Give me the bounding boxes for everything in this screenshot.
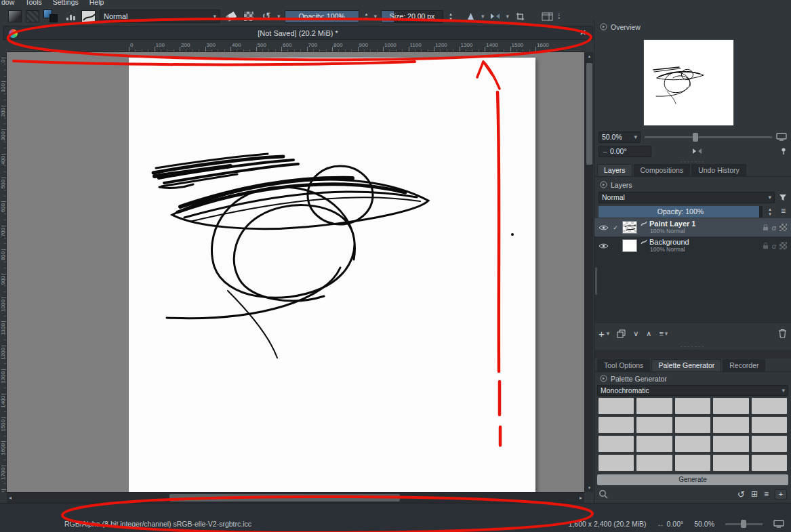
canvas-page[interactable] [129,58,535,492]
size-spinner[interactable]: ▴ ▾ [447,12,454,21]
overview-zoom-slider[interactable] [645,132,772,142]
v-scrollbar-thumb[interactable] [586,63,592,165]
tab-undo-history[interactable]: Undo History [691,164,746,176]
palette-swatch[interactable] [752,436,787,452]
preserve-alpha-toggle-button[interactable] [242,9,256,24]
overview-thumbnail[interactable] [643,39,734,126]
tab-compositions[interactable]: Compositions [634,164,691,176]
mirror-canvas-icon[interactable] [692,147,702,155]
generate-button[interactable]: Generate [597,474,788,485]
layer-checkbox[interactable]: ✓ [612,224,619,231]
menu-item-settings[interactable]: Settings [53,0,79,6]
palette-swatch[interactable] [599,417,634,433]
lock-icon[interactable] [763,242,769,249]
brush-preset-button[interactable] [81,9,96,24]
palette-swatch[interactable] [636,417,672,433]
palette-swatch[interactable] [675,417,710,433]
layer-opacity-spinner[interactable]: ▴ ▾ [767,207,773,216]
palette-swatch[interactable] [599,455,634,471]
add-swatch-button[interactable]: + [775,489,787,499]
menu-item-tools[interactable]: Tools [25,0,42,6]
layer-opacity-slider[interactable]: Opacity: 100% [599,206,763,218]
scroll-left-icon[interactable]: ◂ [9,495,12,501]
docker-collapse-icon[interactable] [600,23,607,30]
palette-mode-select[interactable]: Monochromatic ▾ [597,385,788,396]
mirror-vertical-button[interactable] [464,9,477,24]
size-slider[interactable]: Size: 20.00 px [381,10,443,23]
delete-layer-button[interactable] [778,329,787,338]
palette-swatch[interactable] [675,455,710,471]
canvas-area[interactable] [7,52,584,492]
mirror-horizontal-button[interactable] [489,9,502,24]
layer-options-menu-icon[interactable]: ≡ [781,206,786,216]
palette-swatch[interactable] [675,436,710,452]
mirror-vertical-dropdown-arrow[interactable]: ▾ [481,13,485,20]
add-layer-button[interactable]: + [599,329,605,339]
list-view-icon[interactable]: ≡ [764,489,769,499]
tab-recorder[interactable]: Recorder [723,359,765,371]
docker-collapse-icon[interactable] [600,375,607,382]
blend-mode-select[interactable]: Normal ▾ [100,9,220,23]
search-icon[interactable] [599,489,608,499]
tab-palette-generator[interactable]: Palette Generator [651,359,721,371]
palette-swatch[interactable] [636,398,672,414]
fg-bg-colors-button[interactable] [43,9,60,24]
pattern-chooser-button[interactable] [26,9,39,24]
palette-swatch[interactable] [713,455,748,471]
layer-row-paint-layer-1[interactable]: ✓ Paint Layer 1 100% Normal α [594,218,791,237]
monitor-icon[interactable] [773,520,784,528]
palette-swatch[interactable] [752,455,787,471]
reload-dropdown-arrow[interactable]: ▾ [277,13,281,20]
palette-swatch[interactable] [752,417,787,433]
grid-view-icon[interactable]: ⊞ [751,489,758,499]
palette-swatch[interactable] [599,398,634,414]
opacity-slider[interactable]: Opacity: 100% [285,10,359,23]
layer-row-background[interactable]: Background 100% Normal α [594,237,791,255]
scroll-up-icon[interactable]: ▴ [585,54,594,59]
visibility-eye-icon[interactable] [599,243,609,249]
palette-swatch[interactable] [713,417,748,433]
palette-swatch[interactable] [675,398,710,414]
palette-swatch[interactable] [636,436,672,452]
document-titlebar[interactable]: [Not Saved] (20.2 MiB) * ✕ [3,26,593,40]
docker-collapse-icon[interactable] [600,181,607,188]
alpha-lock-icon[interactable]: α [772,242,776,250]
palette-swatch[interactable] [713,436,748,452]
rotation-spinbox[interactable]: ↔ 0.00° [599,146,651,157]
duplicate-layer-button[interactable] [617,329,626,338]
palette-swatch[interactable] [599,436,634,452]
overview-zoom-select[interactable]: 50.0% ▾ [599,131,641,143]
h-scrollbar-thumb[interactable] [169,494,400,502]
add-layer-dropdown-arrow[interactable]: ▾ [607,330,610,337]
h-scrollbar[interactable]: ◂ ▸ [7,492,584,503]
opacity-spinner[interactable]: ▴ ▾ [363,12,370,21]
move-layer-up-button[interactable]: ∧ [646,329,651,338]
workspace-chooser-button[interactable] [540,9,554,24]
tab-layers[interactable]: Layers [597,164,632,176]
alpha-lock-icon[interactable]: α [772,224,776,232]
layer-list-scrollbar[interactable] [595,268,597,295]
monitor-icon[interactable] [776,133,787,141]
tab-tool-options[interactable]: Tool Options [597,359,650,371]
undo-icon[interactable]: ↺ [737,489,745,499]
scroll-right-icon[interactable]: ▸ [580,495,582,501]
edit-brush-settings-button[interactable] [64,9,77,24]
wrap-around-button[interactable] [513,9,527,24]
menu-item-window[interactable]: dow [1,0,14,6]
lock-icon[interactable] [763,224,769,231]
layer-properties-button[interactable]: ≡ [659,329,663,337]
mirror-horizontal-dropdown-arrow[interactable]: ▾ [506,13,510,20]
statusbar-rotation-value[interactable]: 0.00° [667,520,684,528]
visibility-eye-icon[interactable] [599,224,609,231]
palette-swatch[interactable] [752,398,787,414]
palette-swatch[interactable] [713,398,748,414]
docker-drag-handle[interactable]: ······· [594,344,791,350]
toolbar-handle-icon[interactable]: ⁞ [558,13,560,20]
close-icon[interactable]: ✕ [580,28,586,37]
menu-item-help[interactable]: Help [89,0,104,6]
move-layer-down-button[interactable]: ∨ [633,329,638,338]
eraser-toggle-button[interactable] [224,9,238,24]
reload-preset-button[interactable]: ↺ [260,9,273,24]
scroll-down-icon[interactable]: ▾ [585,485,594,491]
opacity-dropdown-arrow[interactable]: ▾ [374,13,378,20]
